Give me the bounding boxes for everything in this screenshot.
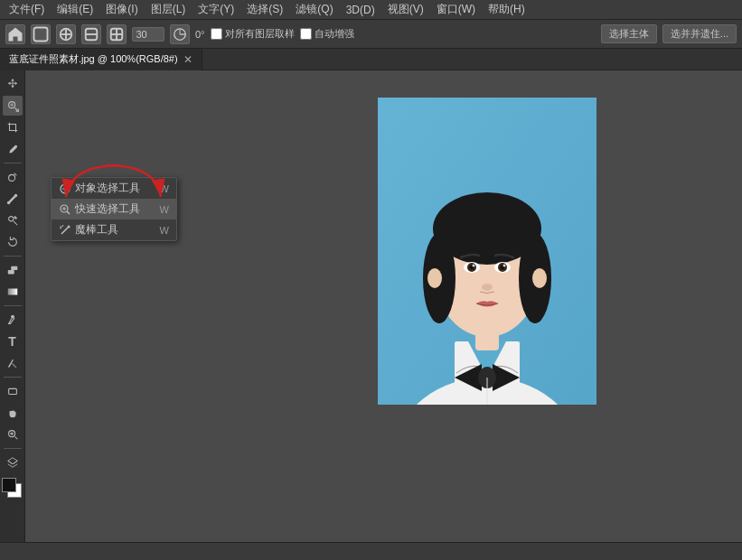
quick-select-tool[interactable]: [3, 96, 23, 116]
magic-wand-icon: [59, 224, 71, 237]
svg-rect-0: [34, 27, 48, 41]
svg-point-13: [8, 174, 14, 181]
menu-view[interactable]: 视图(V): [382, 0, 429, 19]
photo-canvas: [378, 98, 596, 405]
angle-icon[interactable]: [170, 24, 190, 44]
toolbar-divider-1: [4, 163, 22, 163]
text-tool[interactable]: T: [3, 331, 23, 351]
svg-rect-15: [7, 270, 14, 274]
svg-rect-17: [7, 289, 17, 295]
magic-wand-shortcut: W: [160, 225, 169, 236]
svg-point-46: [482, 284, 493, 291]
menu-bar: 文件(F) 编辑(E) 图像(I) 图层(L) 文字(Y) 选择(S) 滤镜(Q…: [0, 0, 742, 20]
toolbar-divider-5: [4, 448, 22, 449]
toolbar-divider-2: [4, 256, 22, 257]
main-layout: T: [0, 70, 742, 560]
brush-shape-2[interactable]: [56, 24, 76, 44]
toolbar-divider-3: [4, 305, 22, 306]
3d-tool[interactable]: [3, 453, 23, 472]
svg-point-48: [532, 268, 547, 288]
context-menu-magic-wand[interactable]: 魔棒工具 W: [52, 219, 176, 240]
menu-help[interactable]: 帮助(H): [483, 0, 531, 19]
eyedropper-tool[interactable]: [3, 139, 23, 159]
eraser-tool[interactable]: [3, 260, 23, 280]
tab-bar: 蓝底证件照素材.jpg @ 100%(RGB/8#) ✕: [0, 49, 742, 70]
menu-edit[interactable]: 编辑(E): [52, 0, 99, 19]
canvas-area: 对象选择工具 W 快速选择工具 W 魔棒工具 W: [25, 70, 742, 560]
hand-tool[interactable]: [3, 403, 23, 423]
zoom-tool[interactable]: [3, 425, 23, 444]
portrait-photo: [378, 98, 596, 405]
svg-rect-16: [11, 266, 17, 270]
history-brush-tool[interactable]: [3, 232, 23, 252]
clone-stamp-tool[interactable]: [3, 210, 23, 230]
path-selection-tool[interactable]: [3, 353, 23, 373]
toolbar: T: [0, 70, 25, 560]
shape-tool[interactable]: [3, 381, 23, 401]
menu-file[interactable]: 文件(F): [4, 0, 50, 19]
menu-layer[interactable]: 图层(L): [146, 0, 192, 19]
healing-brush-tool[interactable]: [3, 167, 23, 187]
object-select-shortcut: W: [160, 183, 169, 194]
svg-rect-19: [8, 388, 16, 394]
brush-shape-3[interactable]: [81, 24, 101, 44]
document-tab[interactable]: 蓝底证件照素材.jpg @ 100%(RGB/8#) ✕: [0, 49, 202, 70]
svg-point-23: [68, 225, 70, 228]
auto-enhance-checkbox[interactable]: 自动增强: [300, 27, 354, 41]
svg-point-18: [11, 315, 14, 318]
menu-window[interactable]: 窗口(W): [431, 0, 481, 19]
quick-select-icon: [59, 203, 71, 216]
tool-options-bar: 0° 对所有图层取样 自动增强 选择主体 选并并遗住...: [0, 20, 742, 49]
sample-all-layers-checkbox[interactable]: 对所有图层取样: [211, 27, 295, 41]
menu-image[interactable]: 图像(I): [100, 0, 143, 19]
brush-shape-4[interactable]: [107, 24, 127, 44]
brush-size-input[interactable]: [132, 27, 164, 42]
toolbar-divider-4: [4, 377, 22, 378]
menu-filter[interactable]: 滤镜(Q): [290, 0, 338, 19]
tab-label: 蓝底证件照素材.jpg @ 100%(RGB/8#): [9, 52, 178, 66]
object-select-icon: [59, 182, 71, 195]
context-menu-quick-select[interactable]: 快速选择工具 W: [52, 199, 176, 219]
angle-value: 0°: [195, 29, 205, 40]
svg-point-45: [503, 265, 506, 267]
move-tool[interactable]: [3, 74, 23, 94]
pen-tool[interactable]: [3, 310, 23, 330]
status-bar: [0, 542, 742, 560]
menu-select[interactable]: 选择(S): [241, 0, 288, 19]
quick-select-label: 快速选择工具: [75, 201, 140, 217]
select-subject-button[interactable]: 选择主体: [601, 24, 657, 43]
crop-tool[interactable]: [3, 117, 23, 137]
menu-3d[interactable]: 3D(D): [341, 2, 380, 18]
menu-text[interactable]: 文字(Y): [193, 0, 240, 19]
foreground-color-swatch[interactable]: [2, 478, 16, 492]
brush-shape-1[interactable]: [31, 24, 51, 44]
quick-select-shortcut: W: [160, 204, 169, 215]
svg-point-47: [427, 268, 442, 288]
tool-context-menu: 对象选择工具 W 快速选择工具 W 魔棒工具 W: [51, 177, 177, 241]
home-icon[interactable]: [5, 24, 25, 44]
svg-point-44: [473, 265, 475, 267]
context-menu-object-select[interactable]: 对象选择工具 W: [52, 178, 176, 199]
svg-point-14: [8, 217, 13, 221]
gradient-tool[interactable]: [3, 282, 23, 302]
color-swatches[interactable]: [2, 478, 23, 499]
brush-tool[interactable]: [3, 189, 23, 209]
tab-close-button[interactable]: ✕: [183, 53, 193, 66]
select-and-mask-button[interactable]: 选并并遗住...: [662, 24, 737, 43]
magic-wand-label: 魔棒工具: [75, 222, 118, 238]
object-select-label: 对象选择工具: [75, 181, 140, 196]
